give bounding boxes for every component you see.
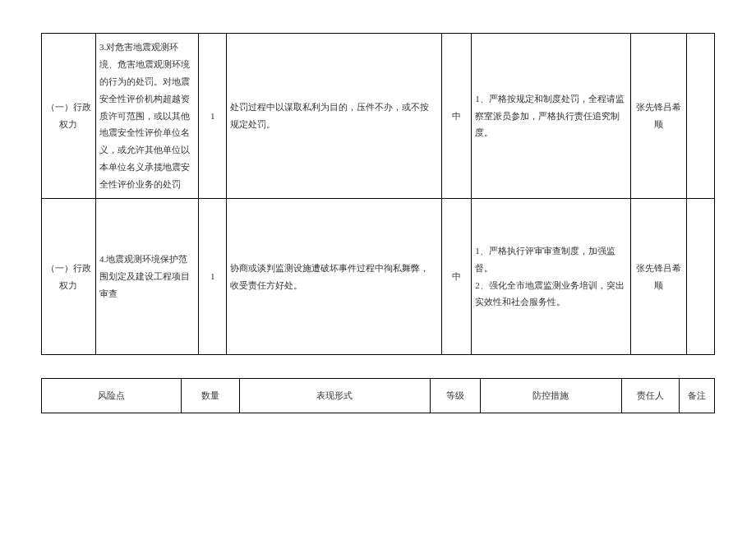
cell-person: 张先锋吕希顺: [630, 34, 686, 199]
cell-measures: 1、严格按规定和制度处罚，全程请监察室派员参加，严格执行责任追究制度。: [472, 34, 630, 199]
header-row: 风险点 数量 表现形式 等级 防控措施 责任人 备注: [42, 379, 715, 413]
cell-person: 张先锋吕希顺: [630, 199, 686, 355]
column-header-table: 风险点 数量 表现形式 等级 防控措施 责任人 备注: [41, 378, 715, 413]
cell-risk-point: 3.对危害地震观测环境、危害地震观测环境的行为的处罚。对地震安全性评价机构超越资…: [95, 34, 198, 199]
cell-measures: 1、严格执行评审审查制度，加强监督。 2、强化全市地震监测业务培训，突出实效性和…: [472, 199, 630, 355]
cell-remark: [686, 199, 714, 355]
cell-risk-point: 4.地震观测环境保护范围划定及建设工程项目审查: [95, 199, 198, 355]
table-row: （一）行政权力 3.对危害地震观测环境、危害地震观测环境的行为的处罚。对地震安全…: [42, 34, 715, 199]
header-remark: 备注: [680, 379, 715, 413]
cell-category: （一）行政权力: [42, 199, 96, 355]
risk-data-table: （一）行政权力 3.对危害地震观测环境、危害地震观测环境的行为的处罚。对地震安全…: [41, 33, 715, 355]
cell-form: 处罚过程中以谋取私利为目的，压件不办，或不按规定处罚。: [227, 34, 442, 199]
header-measures: 防控措施: [480, 379, 621, 413]
cell-quantity: 1: [199, 34, 227, 199]
cell-quantity: 1: [199, 199, 227, 355]
header-person: 责任人: [621, 379, 680, 413]
cell-remark: [686, 34, 714, 199]
header-quantity: 数量: [181, 379, 239, 413]
cell-form: 协商或谈判监测设施遭破坏事件过程中徇私舞弊，收受责任方好处。: [227, 199, 442, 355]
cell-category: （一）行政权力: [42, 34, 96, 199]
cell-level: 中: [441, 34, 471, 199]
header-level: 等级: [431, 379, 481, 413]
header-risk-point: 风险点: [42, 379, 182, 413]
table-row: （一）行政权力 4.地震观测环境保护范围划定及建设工程项目审查 1 协商或谈判监…: [42, 199, 715, 355]
header-form: 表现形式: [239, 379, 431, 413]
cell-level: 中: [441, 199, 471, 355]
